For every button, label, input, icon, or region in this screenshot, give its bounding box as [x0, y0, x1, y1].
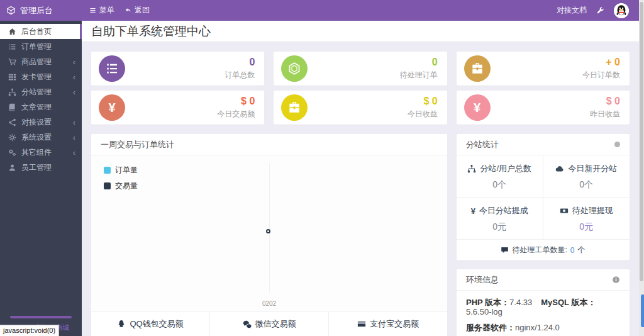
reply-icon	[125, 7, 131, 14]
cogs-icon	[8, 148, 16, 157]
cloud-icon	[555, 164, 564, 173]
wrench-icon[interactable]	[596, 6, 604, 14]
legend-swatch-orders	[104, 167, 111, 174]
env-row-versions: PHP 版本：7.4.33MySQL 版本：5.6.50-log	[466, 298, 620, 316]
env-row-software: 服务器软件：nginx/1.24.0	[466, 323, 620, 332]
payment-stats-row: QQ钱包交易额 0元 微信交易额 0元 支付	[91, 311, 447, 336]
scrollbar-thumb[interactable]	[640, 2, 643, 281]
brand[interactable]: 管理后台	[0, 5, 82, 16]
stat-label: 待处理订单	[400, 70, 438, 81]
php-version-value: 7.4.33	[509, 298, 532, 307]
sidebar-nav: 后台首页 订单管理 商品管理 ‹ 发卡管理 ‹ 分站管理 ‹ 文章管理 对接设置	[0, 21, 82, 175]
user-icon	[8, 164, 16, 172]
top-nav: 菜单 返回	[89, 5, 150, 16]
cube-icon	[6, 6, 16, 15]
stat-label: 昨日收益	[590, 109, 620, 120]
credit-card-icon	[357, 320, 366, 328]
environment-title: 环境信息	[466, 274, 499, 286]
sidebar-item-orders[interactable]: 订单管理	[0, 39, 82, 54]
qq-avatar	[614, 3, 629, 18]
sidebar-item-substations[interactable]: 分站管理 ‹	[0, 84, 82, 99]
sidebar-item-label: 对接设置	[21, 117, 52, 128]
dashboard-content: 0 订单总数 0 待处理订单 + 0 今日订单数	[82, 42, 639, 336]
avatar[interactable]	[614, 3, 629, 18]
page-title: 自助下单系统管理中心	[91, 25, 211, 38]
sidebar-divider	[10, 316, 72, 318]
stat-value: + 0	[582, 57, 620, 68]
substation-title: 分站统计	[466, 139, 499, 150]
back-button[interactable]: 返回	[125, 5, 150, 16]
status-dot-icon[interactable]	[614, 142, 620, 147]
main-content: 自助下单系统管理中心 0 订单总数 0 待处理订单	[82, 21, 639, 336]
sidebar-item-products[interactable]: 商品管理 ‹	[0, 54, 82, 69]
stat-card-today-orders: + 0 今日订单数	[457, 52, 630, 86]
legend-label: 订单量	[115, 165, 138, 176]
floating-widget[interactable]	[641, 294, 644, 327]
sidebar-item-components[interactable]: 其它组件 ‹	[0, 145, 82, 160]
home-icon	[8, 28, 16, 36]
sidebar-item-cards[interactable]: 发卡管理 ‹	[0, 69, 82, 84]
sidebar-item-home[interactable]: 后台首页	[0, 24, 82, 39]
sidebar-item-label: 订单管理	[21, 42, 52, 52]
mysql-version-value: 5.6.50-log	[466, 307, 502, 316]
bars-icon	[89, 7, 96, 14]
comment-icon	[501, 246, 509, 254]
qq-icon	[117, 320, 126, 328]
sidebar-item-articles[interactable]: 文章管理	[0, 99, 82, 115]
sitemap-icon	[467, 164, 476, 173]
chevron-left-icon: ‹	[73, 118, 82, 126]
briefcase-icon	[464, 55, 491, 82]
sidebar-item-system[interactable]: 系统设置 ‹	[0, 130, 82, 145]
substation-cell-new-today: 今日新开分站 0个	[543, 155, 630, 198]
money-icon	[560, 206, 569, 215]
yen-icon: ¥	[471, 206, 475, 216]
payment-label: QQ钱包交易额	[130, 318, 183, 330]
brand-title: 管理后台	[20, 5, 53, 16]
weekly-chart[interactable]: 订单量 交易量 0202	[91, 155, 447, 311]
docs-link[interactable]: 对接文档	[557, 5, 587, 16]
substation-cell-label: 待处理提现	[572, 205, 613, 216]
stat-value: 0	[225, 57, 255, 68]
payment-stat-wechat: 微信交易额 0元	[209, 312, 328, 336]
environment-body: PHP 版本：7.4.33MySQL 版本：5.6.50-log 服务器软件：n…	[457, 291, 630, 336]
php-version-label: PHP 版本：	[466, 298, 509, 307]
sidebar-item-label: 商品管理	[21, 57, 52, 67]
list-ol-icon	[99, 55, 125, 82]
payment-label: 支付宝交易额	[370, 318, 419, 330]
payment-label: 微信交易额	[255, 318, 296, 330]
chevron-left-icon: ‹	[73, 58, 82, 66]
sidebar-item-integration[interactable]: 对接设置 ‹	[0, 115, 82, 130]
chart-x-tick: 0202	[262, 300, 276, 307]
weekly-chart-panel: 一周交易与订单统计 订单量 交易量	[91, 134, 447, 336]
sitemap-icon	[8, 88, 16, 96]
substation-cell-value: 0个	[546, 179, 628, 191]
grid-icon	[8, 73, 16, 81]
top-header: 管理后台 菜单 返回 对接文档	[0, 0, 639, 21]
workorder-footer: 待处理工单数量: 0 个	[457, 239, 630, 260]
chevron-left-icon: ‹	[73, 133, 82, 142]
legend-item-orders[interactable]: 订单量	[104, 165, 138, 176]
stat-card-today-profit: $ 0 今日收益	[274, 91, 447, 125]
sidebar-item-staff[interactable]: 员工管理	[0, 160, 82, 175]
server-software-value: nginx/1.24.0	[515, 323, 560, 332]
sidebar-item-label: 分站管理	[21, 87, 52, 98]
right-column: 分站统计 分站/用户总数 0个	[457, 134, 630, 336]
payment-stat-qq: QQ钱包交易额 0元	[91, 312, 209, 336]
substation-cell-value: 0元	[546, 221, 628, 233]
chart-data-point	[266, 229, 270, 233]
briefcase-icon	[281, 94, 308, 121]
legend-swatch-trades	[104, 182, 111, 189]
wechat-icon	[243, 320, 252, 328]
cart-icon	[8, 58, 16, 66]
substation-cell-label: 分站/用户总数	[480, 163, 531, 174]
stat-value: $ 0	[217, 96, 255, 107]
substation-cell-commission: ¥ 今日分站提成 0元	[457, 198, 543, 239]
info-icon[interactable]	[612, 276, 620, 284]
scrollbar[interactable]	[639, 0, 644, 336]
sidebar-item-label: 后台首页	[21, 26, 52, 37]
menu-toggle-button[interactable]: 菜单	[89, 5, 114, 16]
legend-item-trades[interactable]: 交易量	[104, 181, 138, 191]
environment-panel: 环境信息 PHP 版本：7.4.33MySQL 版本：5.6.50-log 服务…	[457, 269, 630, 336]
gear-icon	[8, 133, 16, 142]
substation-cell-label: 今日分站提成	[479, 205, 528, 216]
